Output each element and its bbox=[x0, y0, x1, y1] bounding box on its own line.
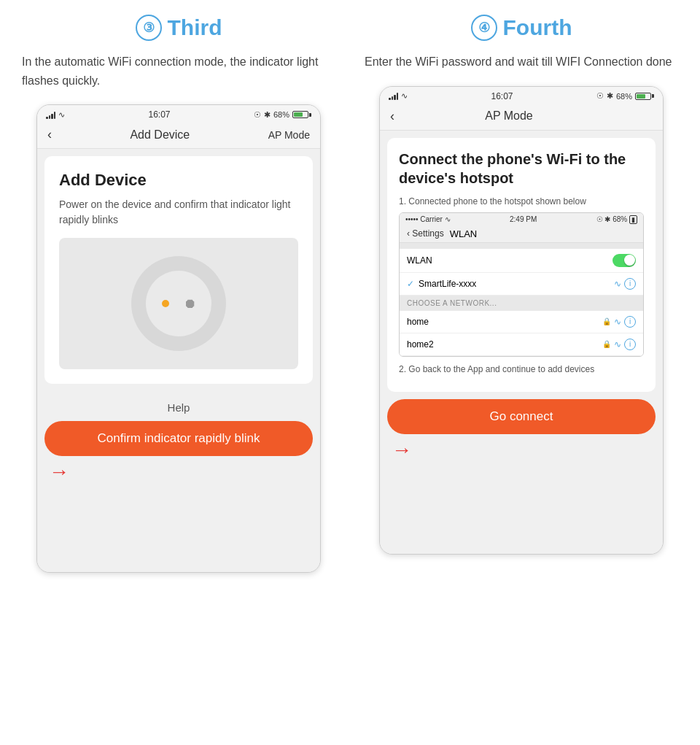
right-phone: ∿ 16:07 ☉ ✱ 68% ‹ AP Mode bbox=[379, 86, 664, 555]
left-step-circle: ③ bbox=[136, 15, 162, 41]
help-text: Help bbox=[44, 391, 313, 421]
home2-network-label: home2 bbox=[407, 339, 434, 350]
wifi-status-icon: ∿ bbox=[58, 110, 65, 120]
right-nav-bar: ‹ AP Mode bbox=[380, 104, 663, 131]
smartlife-row-right: ∿ i bbox=[614, 278, 636, 290]
ap-step2-text: 2. Go back to the App and continue to ad… bbox=[399, 364, 644, 374]
right-bluetooth-icon: ✱ bbox=[607, 91, 613, 101]
right-battery-text: 68% bbox=[616, 92, 632, 101]
device-image: ⏺ bbox=[59, 238, 298, 369]
location-icon: ☉ bbox=[254, 110, 261, 120]
home-info-icon[interactable]: i bbox=[624, 316, 636, 328]
left-arrow-icon: → bbox=[49, 460, 69, 484]
bluetooth-icon: ✱ bbox=[264, 110, 271, 120]
left-phone-content: Add Device Power on the device and confi… bbox=[37, 149, 320, 572]
right-step-circle: ④ bbox=[471, 15, 497, 41]
right-phone-content: Connect the phone's Wi-Fi to the device'… bbox=[380, 131, 663, 554]
device-power-icon: ⏺ bbox=[184, 296, 197, 312]
battery-icon bbox=[292, 111, 311, 118]
left-battery-text: 68% bbox=[273, 110, 289, 119]
right-status-left: ∿ bbox=[389, 91, 408, 101]
right-signal-bars-icon bbox=[389, 92, 398, 100]
add-device-card: Add Device Power on the device and confi… bbox=[44, 156, 313, 384]
mini-nav-back[interactable]: ‹ Settings bbox=[407, 228, 444, 239]
smartlife-info-icon[interactable]: i bbox=[624, 278, 636, 290]
left-step-desc: In the automatic WiFi connection mode, t… bbox=[15, 53, 343, 90]
ap-card: Connect the phone's Wi-Fi to the device'… bbox=[387, 138, 656, 392]
mini-nav-title: WLAN bbox=[450, 228, 478, 239]
mini-status-bar: ••••• Carrier ∿ 2:49 PM ☉ ✱ 68% ▮ bbox=[400, 213, 643, 225]
right-step-title: ④ Fourth bbox=[471, 15, 572, 41]
right-step-label: Fourth bbox=[503, 15, 572, 40]
mini-wlan-row: WLAN bbox=[400, 249, 643, 273]
right-battery-icon bbox=[635, 93, 654, 100]
check-icon: ✓ bbox=[407, 279, 414, 289]
right-step-desc: Enter the WiFi password and wait till WI… bbox=[357, 53, 685, 72]
device-outer-circle: ⏺ bbox=[131, 256, 226, 351]
left-status-bar: ∿ 16:07 ☉ ✱ 68% bbox=[37, 105, 320, 123]
home2-lock-icon: 🔒 bbox=[602, 340, 611, 348]
mini-smartlife-row[interactable]: ✓ SmartLife-xxxx ∿ i bbox=[400, 273, 643, 296]
home-lock-icon: 🔒 bbox=[602, 317, 611, 325]
mini-time: 2:49 PM bbox=[510, 215, 537, 223]
home-wifi-icon: ∿ bbox=[614, 317, 621, 327]
device-inner-circle: ⏺ bbox=[146, 271, 211, 336]
left-nav-title: Add Device bbox=[130, 128, 190, 142]
left-column: ③ Third In the automatic WiFi connection… bbox=[15, 15, 343, 573]
left-step-title: ③ Third bbox=[136, 15, 222, 41]
smartlife-wifi-icon: ∿ bbox=[614, 279, 621, 289]
home2-network-right: 🔒 ∿ i bbox=[602, 339, 636, 350]
mini-carrier: ••••• Carrier ∿ bbox=[405, 215, 451, 223]
mini-nav-bar: ‹ Settings WLAN bbox=[400, 225, 643, 243]
right-wifi-icon: ∿ bbox=[401, 91, 408, 101]
go-connect-button[interactable]: Go connect bbox=[387, 399, 656, 434]
home2-network-row[interactable]: home2 🔒 ∿ i bbox=[400, 333, 643, 356]
mini-phone: ••••• Carrier ∿ 2:49 PM ☉ ✱ 68% ▮ ‹ Sett… bbox=[399, 212, 644, 357]
right-status-time: 16:07 bbox=[491, 91, 513, 101]
left-phone: ∿ 16:07 ☉ ✱ 68% ‹ Add Device AP Mode bbox=[36, 104, 321, 573]
ap-card-title: Connect the phone's Wi-Fi to the device'… bbox=[399, 150, 644, 188]
left-status-time: 16:07 bbox=[148, 109, 170, 120]
home2-wifi-icon: ∿ bbox=[614, 339, 621, 350]
right-arrow-container: → bbox=[387, 439, 656, 462]
left-status-right: ☉ ✱ 68% bbox=[254, 110, 311, 120]
mini-battery: ☉ ✱ 68% ▮ bbox=[596, 215, 637, 223]
right-location-icon: ☉ bbox=[596, 91, 604, 101]
home2-info-icon[interactable]: i bbox=[624, 339, 636, 350]
home-network-label: home bbox=[407, 317, 429, 327]
left-nav-back[interactable]: ‹ bbox=[47, 127, 52, 142]
left-nav-right[interactable]: AP Mode bbox=[268, 129, 310, 141]
signal-bars-icon bbox=[46, 111, 55, 119]
left-arrow-container: → bbox=[44, 460, 313, 484]
right-nav-title: AP Mode bbox=[485, 109, 533, 123]
ap-step1-text: 1. Connected phone to the hotspot shown … bbox=[399, 196, 644, 206]
wlan-toggle[interactable] bbox=[612, 254, 636, 267]
home-network-row[interactable]: home 🔒 ∿ i bbox=[400, 311, 643, 333]
confirm-blink-button[interactable]: Confirm indicator rapidly blink bbox=[44, 421, 313, 456]
mini-section-wlan bbox=[400, 243, 643, 249]
right-nav-back[interactable]: ‹ bbox=[390, 109, 394, 124]
left-status-left: ∿ bbox=[46, 110, 65, 120]
smartlife-row-left: ✓ SmartLife-xxxx bbox=[407, 279, 476, 289]
smartlife-label: SmartLife-xxxx bbox=[419, 279, 476, 289]
device-indicator-dot bbox=[162, 300, 169, 307]
home-network-right: 🔒 ∿ i bbox=[602, 316, 636, 328]
add-device-desc: Power on the device and confirm that ind… bbox=[59, 197, 298, 228]
right-status-right: ☉ ✱ 68% bbox=[596, 91, 654, 101]
left-nav-bar: ‹ Add Device AP Mode bbox=[37, 123, 320, 149]
right-arrow-icon: → bbox=[392, 439, 412, 462]
left-step-label: Third bbox=[168, 15, 222, 40]
mini-wlan-label: WLAN bbox=[407, 255, 432, 266]
right-column: ④ Fourth Enter the WiFi password and wai… bbox=[357, 15, 685, 573]
choose-network-label: CHOOSE A NETWORK... bbox=[400, 296, 643, 311]
right-status-bar: ∿ 16:07 ☉ ✱ 68% bbox=[380, 87, 663, 104]
add-device-title: Add Device bbox=[59, 171, 298, 190]
